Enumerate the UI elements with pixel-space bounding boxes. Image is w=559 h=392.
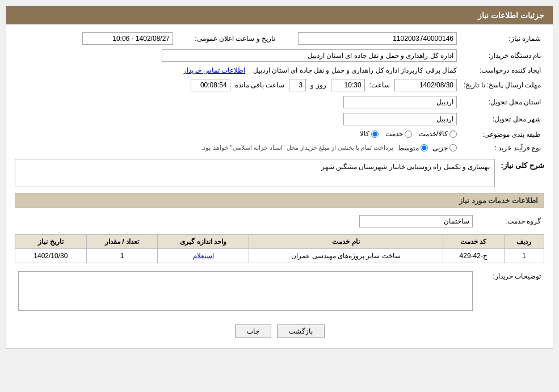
unit-link[interactable]: استعلام (158, 248, 249, 263)
process-label: نوع فرآیند خرید : (460, 142, 544, 154)
service-group-table: گروه خدمت: (15, 213, 544, 230)
table-row: 1 ج-42-429 ساخت سایر پروژه‌های مهندسی عم… (15, 248, 544, 263)
page-header: جزئیات اطلاعات نیاز (6, 6, 553, 24)
category-radio-kala-khedmat[interactable]: کالا/خدمت (419, 130, 457, 138)
service-name: ساخت سایر پروژه‌های مهندسی عمران (249, 248, 443, 263)
org-name-input[interactable] (162, 49, 457, 62)
publish-date-input[interactable] (82, 32, 173, 45)
services-table: ردیف کد خدمت نام خدمت واحد اندازه گیری ت… (15, 234, 544, 263)
request-number-label: شماره نیاز: (460, 30, 544, 47)
process-radio-motavasset[interactable]: متوسط (398, 144, 428, 152)
creator-label: ایجاد کننده درخواست: (460, 64, 544, 77)
process-note: پرداخت تمام یا بخشی از مبلغ خریداز محل "… (201, 144, 393, 151)
publish-date-label: تاریخ و ساعت اعلان عمومی: (176, 30, 279, 47)
province-input[interactable] (343, 96, 457, 108)
buyer-notes-label: توضیحات خریدار: (476, 269, 544, 315)
button-row: بازگشت چاپ (15, 318, 544, 343)
creator-value: کمال برقی کاربرداز اداره کل راهداری و حم… (253, 66, 457, 74)
services-section-title: اطلاعات خدمات مورد نیاز (15, 193, 544, 208)
deadline-remaining-label: ساعت باقی مانده (235, 81, 285, 89)
col-header-row: ردیف (504, 234, 544, 248)
city-input[interactable] (343, 113, 457, 125)
category-option2-label: خدمت (385, 130, 403, 138)
process-radio-jozi[interactable]: جزیی (432, 144, 457, 152)
col-header-unit: واحد اندازه گیری (158, 234, 249, 248)
buyer-notes-textarea[interactable] (18, 271, 473, 311)
row-num: 1 (504, 248, 544, 263)
description-label: شرح کلی نیاز: (501, 159, 544, 170)
category-label: طبقه بندی موضوعی: (460, 128, 544, 142)
description-value: بهسازی و تکمیل راه روستایی خانباز شهرستا… (321, 163, 490, 171)
need-date: 1402/10/30 (15, 248, 87, 263)
city-label: شهر محل تحویل: (460, 111, 544, 128)
province-label: استان محل تحویل: (460, 94, 544, 111)
org-name-label: نام دستگاه خریدار: (460, 47, 544, 64)
contact-link[interactable]: اطلاعات تماس خریدار (183, 66, 246, 74)
info-table: شماره نیاز: تاریخ و ساعت اعلان عمومی: نا… (15, 30, 544, 154)
col-header-date: تاریخ نیاز (15, 234, 87, 248)
service-group-label: گروه خدمت: (476, 213, 544, 230)
back-button[interactable]: بازگشت (277, 324, 325, 338)
col-header-name: نام خدمت (249, 234, 443, 248)
service-group-input[interactable] (359, 215, 473, 227)
service-code: ج-42-429 (443, 248, 504, 263)
process-option1-label: جزیی (432, 144, 448, 152)
request-number-input[interactable] (298, 32, 457, 45)
category-radio-khedmat[interactable]: خدمت (385, 130, 412, 138)
buyer-notes-table: توضیحات خریدار: (15, 269, 544, 315)
col-header-qty: تعداد / مقدار (86, 234, 158, 248)
category-option3-label: کالا/خدمت (419, 130, 448, 138)
process-option2-label: متوسط (398, 144, 419, 152)
quantity: 1 (86, 248, 158, 263)
deadline-time-label: ساعت: (369, 81, 390, 89)
category-option1-label: کالا (360, 130, 369, 138)
col-header-code: کد خدمت (443, 234, 504, 248)
deadline-time-input[interactable] (331, 79, 365, 91)
deadline-date-input[interactable] (394, 79, 457, 91)
page-title: جزئیات اطلاعات نیاز (478, 11, 544, 20)
deadline-label: مهلت ارسال پاسخ: تا تاریخ: (460, 77, 544, 94)
deadline-days-label: روز و (310, 81, 326, 89)
description-box: بهسازی و تکمیل راه روستایی خانباز شهرستا… (15, 159, 495, 187)
category-radio-kala[interactable]: کالا (360, 130, 379, 138)
deadline-days-input[interactable] (289, 79, 306, 91)
deadline-remaining-input[interactable] (191, 79, 230, 91)
print-button[interactable]: چاپ (235, 324, 271, 338)
